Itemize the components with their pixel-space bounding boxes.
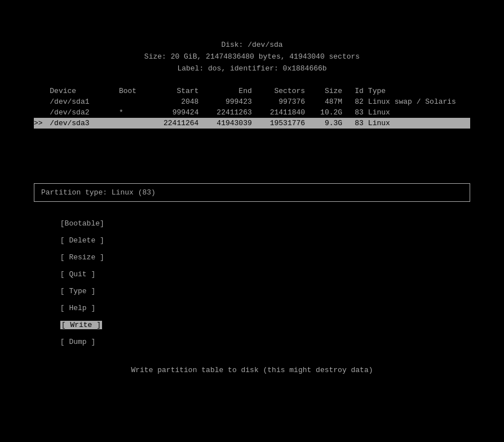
row-boot [119, 98, 145, 106]
disk-header-line2: Size: 20 GiB, 21474836480 bytes, 4194304… [0, 51, 504, 63]
menu-separator [60, 262, 69, 270]
row-id: 83 [342, 119, 364, 127]
row-start: 2048 [145, 98, 198, 106]
disk-header-line1: Disk: /dev/sda [0, 39, 504, 51]
menu-separator [60, 228, 69, 236]
row-device: /dev/sda3 [50, 119, 119, 127]
row-type: Linux [364, 119, 470, 127]
menu-separator [60, 329, 69, 338]
table-row-selected[interactable]: >> /dev/sda3 22411264 41943039 19531776 … [34, 118, 470, 129]
row-sectors: 997376 [252, 98, 305, 106]
menu-bar: [Bootable] [ Delete ] [ Resize ] [ Quit … [34, 211, 470, 355]
help-menu-item[interactable]: [ Help ] [60, 304, 95, 312]
row-size: 10.2G [305, 108, 342, 117]
col-header-sectors: Sectors [252, 87, 305, 95]
col-header-id: Id [342, 87, 364, 95]
row-prefix-selected: >> [34, 119, 50, 127]
row-sectors: 21411840 [252, 108, 305, 117]
prefix-header [34, 87, 50, 95]
dump-menu-item[interactable]: [ Dump ] [60, 338, 95, 346]
row-sectors: 19531776 [252, 119, 305, 127]
row-type: Linux [364, 108, 470, 117]
row-id: 82 [342, 98, 364, 106]
table-header: Device Boot Start End Sectors Size Id Ty… [34, 86, 470, 96]
bottom-section: Partition type: Linux (83) [Bootable] [ … [0, 183, 504, 374]
disk-header-line3: Label: dos, identifier: 0x1884666b [0, 63, 504, 75]
row-end: 22411263 [198, 108, 251, 117]
row-start: 999424 [145, 108, 198, 117]
col-header-boot: Boot [119, 87, 145, 95]
row-boot [119, 119, 145, 127]
row-device: /dev/sda1 [50, 98, 119, 106]
write-menu-item[interactable]: [ Write ] [60, 321, 102, 329]
disk-info: Disk: /dev/sda Size: 20 GiB, 21474836480… [0, 0, 504, 74]
menu-separator [60, 279, 69, 287]
col-header-start: Start [145, 87, 198, 95]
quit-menu-item[interactable]: [ Quit ] [60, 270, 95, 279]
row-size: 9.3G [305, 119, 342, 127]
row-type: Linux swap / Solaris [364, 98, 470, 106]
row-start: 22411264 [145, 119, 198, 127]
col-header-end: End [198, 87, 251, 95]
delete-menu-item[interactable]: [ Delete ] [60, 236, 104, 245]
partition-info-box: Partition type: Linux (83) [34, 183, 470, 202]
col-header-size: Size [305, 87, 342, 95]
row-device: /dev/sda2 [50, 108, 119, 117]
table-row[interactable]: /dev/sda1 2048 999423 997376 487M 82 Lin… [34, 96, 470, 107]
col-header-type: Type [364, 87, 470, 95]
menu-separator [60, 245, 69, 253]
partition-table: Device Boot Start End Sectors Size Id Ty… [0, 86, 504, 129]
row-end: 41943039 [198, 119, 251, 127]
partition-info-text: Partition type: Linux (83) [41, 188, 156, 197]
row-boot: * [119, 108, 145, 117]
menu-separator [60, 295, 69, 304]
type-menu-item[interactable]: [ Type ] [60, 287, 95, 295]
row-id: 83 [342, 108, 364, 117]
table-row[interactable]: /dev/sda2 * 999424 22411263 21411840 10.… [34, 107, 470, 118]
col-header-device: Device [50, 87, 119, 95]
terminal-screen: Disk: /dev/sda Size: 20 GiB, 21474836480… [0, 0, 504, 442]
bootable-menu-item[interactable]: [Bootable] [60, 219, 104, 228]
row-size: 487M [305, 98, 342, 106]
row-prefix [34, 108, 50, 117]
row-end: 999423 [198, 98, 251, 106]
row-prefix [34, 98, 50, 106]
resize-menu-item[interactable]: [ Resize ] [60, 253, 104, 262]
menu-separator [60, 312, 69, 321]
write-message: Write partition table to disk (this migh… [34, 366, 470, 374]
